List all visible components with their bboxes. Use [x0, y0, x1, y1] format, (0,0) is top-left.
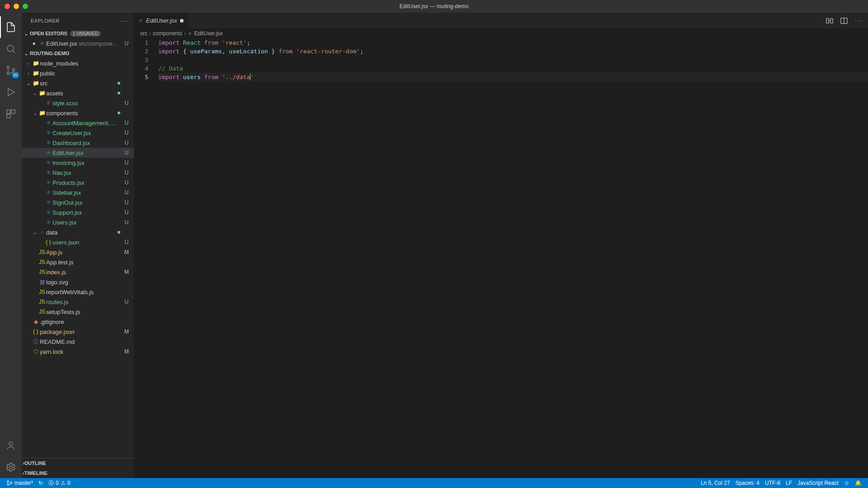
breadcrumb[interactable]: src › components › ⚛ EditUser.jsx — [134, 28, 868, 38]
tree-item-public[interactable]: ›📁public — [22, 68, 134, 78]
tree-item-createuser-jsx[interactable]: ⚛CreateUser.jsxU — [22, 128, 134, 138]
tab-edituser[interactable]: ⚛ EditUser.jsx — [134, 13, 189, 28]
tree-item-yarn-lock[interactable]: ⬡yarn.lockM — [22, 347, 134, 357]
git-status-indicator: U — [123, 209, 130, 216]
project-header[interactable]: ⌄ ROUTING-DEMO — [22, 48, 134, 58]
line-number: 3 — [134, 56, 148, 64]
language-mode[interactable]: JavaScript React — [795, 478, 841, 488]
git-status-indicator: U — [123, 120, 130, 126]
breadcrumb-segment[interactable]: components — [153, 30, 182, 37]
activity-extensions[interactable] — [0, 103, 22, 125]
tree-item-style-scss[interactable]: #style.scssU — [22, 98, 134, 108]
tree-item-users-json[interactable]: { }users.jsonU — [22, 237, 134, 247]
code-line[interactable]: import { useParams, useLocation } from '… — [158, 47, 868, 56]
git-status-indicator: U — [123, 169, 130, 176]
tree-item-node-modules[interactable]: ›📁node_modules — [22, 58, 134, 68]
editor-area: ⚛ EditUser.jsx ··· src › components › ⚛ … — [134, 13, 868, 478]
feedback-button[interactable]: ☺ — [841, 478, 852, 488]
notifications-button[interactable]: 🔔 — [852, 478, 864, 488]
folder-icon: 📁 — [38, 90, 46, 96]
git-branch-indicator[interactable]: master* — [4, 478, 36, 488]
tab-bar: ⚛ EditUser.jsx ··· — [134, 13, 868, 28]
activity-account[interactable] — [0, 435, 22, 456]
jsx-icon: ⚛ — [44, 140, 52, 146]
tree-item-invoicing-jsx[interactable]: ⚛Invoicing.jsxU — [22, 158, 134, 168]
git-status-indicator: M — [123, 328, 130, 335]
warning-count: 0 — [67, 480, 71, 486]
code-content[interactable]: import React from 'react';import { usePa… — [156, 38, 868, 478]
cursor-position[interactable]: Ln 5, Col 27 — [698, 478, 733, 488]
sync-button[interactable]: ↻ — [36, 478, 46, 488]
activity-settings[interactable] — [0, 456, 22, 478]
tree-item-index-js[interactable]: JSindex.jsM — [22, 267, 134, 277]
tree-item-assets[interactable]: ⌄📁assets — [22, 88, 134, 98]
tree-item-label: EditUser.jsx — [52, 150, 123, 156]
jsx-icon: ⚛ — [44, 189, 52, 196]
minimize-window-button[interactable] — [14, 4, 19, 9]
code-line[interactable]: // Data — [158, 64, 868, 73]
tree-item-logo-svg[interactable]: ▧logo.svg — [22, 277, 134, 287]
jsx-icon: ⚛ — [44, 120, 52, 126]
svg-point-3 — [13, 69, 15, 71]
tree-item-accountmanagement--[interactable]: ⚛AccountManagement.…U — [22, 118, 134, 128]
tree-item-src[interactable]: ⌄📁src — [22, 78, 134, 88]
activity-debug[interactable] — [0, 81, 22, 103]
breadcrumb-segment[interactable]: EditUser.jsx — [194, 30, 222, 37]
code-editor[interactable]: 12345 import React from 'react';import {… — [134, 38, 868, 478]
tree-item--gitignore[interactable]: ◆.gitignore — [22, 317, 134, 327]
code-line[interactable]: import React from 'react'; — [158, 38, 868, 47]
sidebar-more-button[interactable]: ··· — [120, 17, 128, 24]
more-actions-button[interactable]: ··· — [855, 17, 863, 24]
activity-explorer[interactable] — [0, 16, 22, 38]
tree-item-readme-md[interactable]: ⓘREADME.md — [22, 337, 134, 347]
timeline-header[interactable]: › TIMELINE — [22, 468, 134, 478]
tree-item-app-test-js[interactable]: JSApp.test.js — [22, 257, 134, 267]
tree-item-sidebar-jsx[interactable]: ⚛Sidebar.jsxU — [22, 188, 134, 197]
indentation-indicator[interactable]: Spaces: 4 — [733, 478, 762, 488]
jsx-icon: ⚛ — [44, 150, 52, 156]
git-modified-dot-icon — [118, 231, 120, 234]
tree-item-data[interactable]: ⌄○data — [22, 227, 134, 237]
tree-item-label: src — [40, 80, 118, 87]
svg-rect-6 — [11, 110, 15, 113]
tree-item-routes-js[interactable]: JSroutes.jsU — [22, 297, 134, 307]
tree-item-signout-jsx[interactable]: ⚛SignOut.jsxU — [22, 197, 134, 207]
problems-indicator[interactable]: ⓧ 0 ⚠ 0 — [46, 478, 73, 488]
tree-item-app-js[interactable]: JSApp.jsM — [22, 247, 134, 257]
encoding-indicator[interactable]: UTF-8 — [762, 478, 783, 488]
line-number: 4 — [134, 64, 148, 73]
breadcrumb-segment[interactable]: src — [140, 30, 147, 37]
split-editor-button[interactable] — [840, 17, 848, 24]
eol-indicator[interactable]: LF — [783, 478, 795, 488]
chevron-right-icon: › — [184, 30, 186, 37]
tree-item-support-jsx[interactable]: ⚛Support.jsxU — [22, 207, 134, 217]
split-icon — [840, 17, 848, 24]
tree-item-dashboard-jsx[interactable]: ⚛Dashboard.jsxU — [22, 138, 134, 148]
window-controls — [0, 4, 28, 9]
maximize-window-button[interactable] — [23, 4, 28, 9]
code-line[interactable] — [158, 56, 868, 64]
dirty-indicator-icon — [180, 19, 184, 23]
chevron-down-icon: ⌄ — [32, 111, 38, 116]
tree-item-edituser-jsx[interactable]: ⚛EditUser.jsxU — [22, 148, 134, 158]
tree-item-reportwebvitals-js[interactable]: JSreportWebVitals.js — [22, 287, 134, 297]
activity-scm[interactable]: 20 — [0, 60, 22, 81]
tree-item-products-jsx[interactable]: ⚛Products.jsxU — [22, 178, 134, 188]
tree-item-label: users.json — [52, 239, 123, 246]
code-line[interactable]: import users from '../data' — [158, 73, 868, 81]
tree-item-nav-jsx[interactable]: ⚛Nav.jsxU — [22, 168, 134, 178]
activity-search[interactable] — [0, 38, 22, 60]
open-editor-item[interactable]: ● ⚛ EditUser.jsx src/compone… U — [22, 38, 134, 48]
tree-item-users-jsx[interactable]: ⚛Users.jsxU — [22, 217, 134, 227]
tree-item-setuptests-js[interactable]: JSsetupTests.js — [22, 307, 134, 317]
close-window-button[interactable] — [5, 4, 10, 9]
svg-point-2 — [7, 73, 9, 75]
tree-item-package-json[interactable]: { }package.jsonM — [22, 327, 134, 337]
compare-changes-button[interactable] — [826, 17, 833, 24]
svg-icon: ▧ — [38, 279, 46, 285]
open-editors-header[interactable]: ⌄ OPEN EDITORS 1 UNSAVED — [22, 28, 134, 38]
sidebar: EXPLORER ··· ⌄ OPEN EDITORS 1 UNSAVED ● … — [22, 13, 134, 478]
outline-header[interactable]: › OUTLINE — [22, 458, 134, 468]
folder-icon: 📁 — [38, 110, 46, 116]
tree-item-components[interactable]: ⌄📁components — [22, 108, 134, 118]
